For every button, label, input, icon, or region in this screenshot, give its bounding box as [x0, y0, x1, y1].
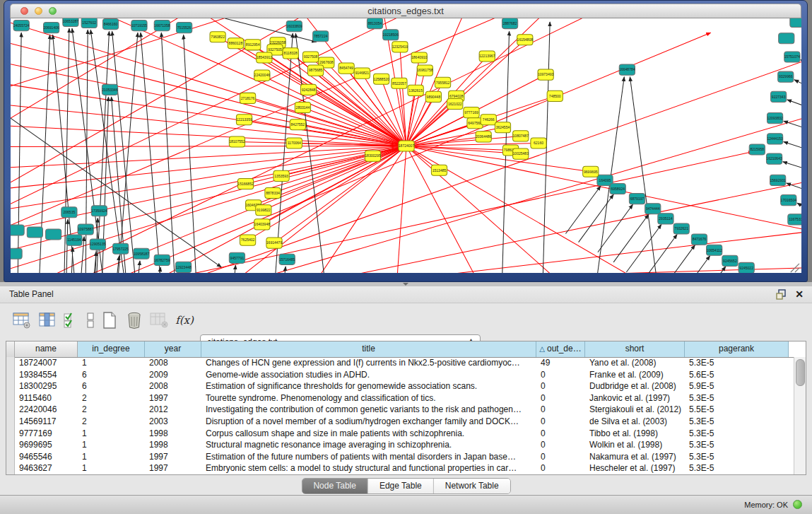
graph-node[interactable]: 7932621 [673, 223, 689, 234]
table-row[interactable]: 969969511998Structural magnetic resonanc… [6, 439, 794, 451]
graph-node[interactable]: 12213967 [479, 51, 495, 62]
table-row[interactable]: 946362711997Embryonic stem cells: a mode… [6, 462, 794, 474]
graph-node[interactable]: 18300295 [365, 151, 381, 161]
graph-node[interactable]: 7515526 [177, 23, 192, 33]
citation-graph[interactable]: 2405572420691406106532871527602846616010… [11, 18, 801, 273]
column-header-in_degree[interactable]: in_degree [78, 341, 145, 357]
graph-node[interactable]: 206535 [61, 207, 77, 218]
graph-node[interactable]: 9199822 [256, 205, 271, 216]
splitter-handle-icon[interactable] [403, 283, 408, 286]
graph-node[interactable]: 12444153 [767, 134, 783, 144]
graph-node[interactable]: 9227343 [771, 91, 787, 102]
graph-node[interactable]: 10025483 [513, 148, 529, 159]
tab-node-table[interactable]: Node Table [302, 479, 368, 493]
column-header-title[interactable]: title [201, 341, 536, 357]
graph-node[interactable]: 9245652 [722, 255, 738, 266]
graph-node[interactable]: 12213359 [236, 115, 252, 125]
select-columns-icon[interactable] [60, 309, 81, 332]
show-columns-icon[interactable] [37, 309, 58, 332]
graph-node[interactable]: 9329966 [778, 71, 794, 82]
graph-node[interactable]: 12923448 [175, 262, 192, 272]
graph-node[interactable]: 9875685 [308, 65, 324, 76]
graph-node[interactable]: 9245022 [739, 262, 754, 273]
function-builder-icon[interactable]: f(x) [174, 309, 195, 332]
graph-node[interactable] [11, 225, 24, 235]
tab-edge-table[interactable]: Edge Table [368, 479, 434, 493]
graph-node[interactable]: 9474444 [645, 204, 661, 214]
graph-node[interactable]: 8466160 [102, 19, 118, 30]
graph-node[interactable]: 2935114 [658, 214, 673, 224]
scrollbar-thumb[interactable] [796, 359, 805, 386]
graph-node[interactable]: 22420046 [254, 70, 271, 81]
graph-node[interactable]: 18640910 [411, 52, 428, 63]
table-row[interactable]: 946554611997Estimation of the future num… [6, 451, 794, 463]
column-header-name[interactable]: name [15, 341, 78, 357]
graph-node[interactable]: 16154808 [517, 35, 534, 45]
node-table[interactable]: namein_degreeyeartitle△out_de…shortpager… [6, 341, 806, 475]
column-header-pagerank[interactable]: pagerank [685, 341, 789, 357]
graph-node[interactable]: 8878334 [265, 187, 281, 198]
graph-node[interactable]: 17359924 [91, 206, 107, 216]
graph-node[interactable]: 8454749 [339, 63, 354, 74]
table-row[interactable]: 2242004622012Investigating the contribut… [6, 404, 794, 416]
graph-node[interactable]: 3624554 [495, 122, 510, 133]
graph-node[interactable]: 18724007 [399, 141, 415, 151]
graph-node[interactable]: 8215958 [749, 144, 765, 155]
graph-node[interactable]: 9327508 [302, 52, 318, 62]
graph-node[interactable]: 62160 [531, 138, 546, 148]
row-height-icon[interactable] [80, 309, 101, 332]
graph-node[interactable]: 15751074 [784, 52, 801, 62]
graph-node[interactable]: 16961758 [417, 65, 433, 76]
graph-node[interactable] [11, 248, 22, 259]
graph-node[interactable] [779, 33, 794, 44]
graph-node[interactable]: 2803144 [295, 102, 310, 112]
network-canvas[interactable]: 2405572420691406106532871527602846616010… [11, 18, 801, 273]
graph-node[interactable]: 1362615 [408, 85, 423, 95]
graph-node[interactable]: 1353593 [273, 170, 289, 181]
graph-node[interactable]: 2718176 [240, 93, 255, 103]
float-panel-icon[interactable] [776, 289, 787, 300]
graph-node[interactable]: 12905135 [90, 239, 106, 250]
graph-node[interactable]: 10807487 [513, 131, 529, 141]
graph-node[interactable]: 10654112 [707, 245, 722, 255]
graph-node[interactable]: 9146821 [354, 68, 370, 78]
graph-node[interactable]: 8427552 [290, 119, 305, 130]
graph-node[interactable]: 18543912 [257, 52, 273, 63]
table-body[interactable]: 1872400712008Changes of HCN gene express… [6, 357, 794, 474]
graph-node[interactable]: 9699695 [583, 166, 599, 177]
graph-node[interactable]: 15692931 [770, 175, 786, 185]
graph-node[interactable]: 12093832 [767, 113, 783, 124]
graph-node[interactable]: 8912954 [245, 40, 261, 50]
graph-node[interactable]: 8118328 [283, 48, 298, 59]
graph-node[interactable]: 16782759 [154, 255, 170, 265]
graph-node[interactable]: 24055724 [13, 21, 30, 31]
graph-node[interactable]: 8471676 [691, 234, 707, 245]
graph-node[interactable]: 16210643 [766, 153, 782, 164]
graph-node[interactable]: 15716485 [279, 254, 295, 264]
graph-node[interactable]: 17957225 [112, 243, 129, 254]
graph-node[interactable] [46, 229, 61, 240]
graph-node[interactable]: 1527602 [81, 18, 97, 28]
graph-node[interactable]: 16033809 [286, 21, 302, 32]
graph-node[interactable] [790, 18, 801, 28]
graph-node[interactable]: 17016504 [781, 195, 797, 206]
graph-node[interactable]: 1145194 [66, 235, 82, 245]
delete-column-icon[interactable] [124, 309, 145, 332]
graph-node[interactable]: 8813054 [367, 18, 382, 29]
graph-node[interactable]: 2887682 [502, 18, 517, 29]
new-column-icon[interactable] [99, 309, 120, 332]
graph-node[interactable] [27, 227, 42, 238]
graph-node[interactable]: 6879197 [629, 194, 645, 204]
graph-node[interactable]: 7963822 [210, 32, 225, 42]
graph-node[interactable]: 748500 [547, 90, 563, 101]
graph-node[interactable]: 16403948 [254, 219, 271, 230]
graph-node[interactable]: 9242848 [300, 84, 316, 95]
graph-node[interactable]: 10973493 [538, 69, 554, 80]
graph-node[interactable]: 12588520 [373, 74, 389, 84]
graph-node[interactable]: 10719155 [131, 21, 148, 31]
graph-node[interactable]: 8522057 [392, 78, 407, 88]
table-row[interactable]: 977716911998Corpus callosum shape and si… [6, 428, 794, 440]
table-row[interactable]: 1938455462009Genome-wide association stu… [6, 369, 794, 381]
graph-node[interactable]: 1170064 [286, 138, 302, 148]
tab-network-table[interactable]: Network Table [434, 479, 510, 493]
